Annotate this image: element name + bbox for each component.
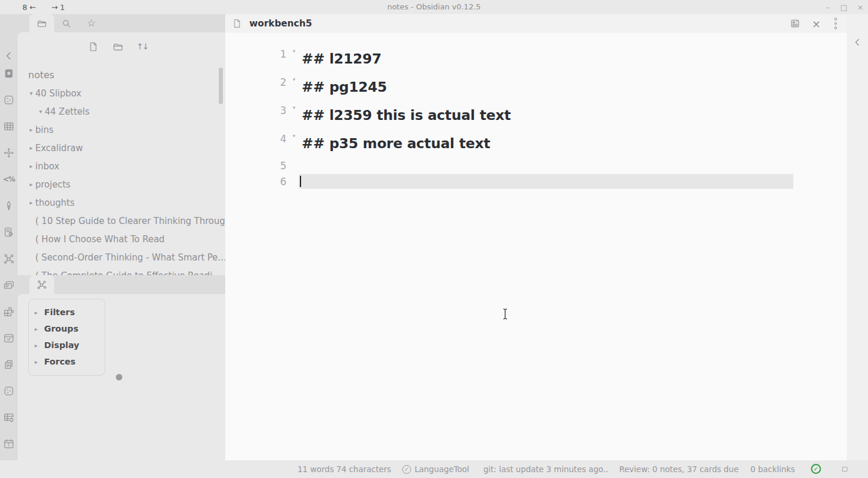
review-status[interactable]: Review: 0 notes, 37 cards due bbox=[619, 460, 739, 478]
graph-section-groups[interactable]: ▸ Groups bbox=[29, 320, 105, 337]
fold-arrow-icon[interactable]: ▾ bbox=[286, 73, 302, 82]
close-pane-button[interactable]: × bbox=[810, 18, 823, 29]
editor-line-1[interactable]: 1 ▾ ## l21297 bbox=[225, 45, 847, 73]
mouse-cursor bbox=[502, 308, 509, 320]
maximize-button[interactable]: □ bbox=[840, 3, 848, 12]
tab-local-graph[interactable] bbox=[29, 275, 54, 294]
card-stack-icon[interactable] bbox=[2, 279, 15, 292]
graph-tab-row bbox=[18, 275, 225, 294]
line-number: 6 bbox=[225, 176, 286, 188]
graph-icon bbox=[36, 279, 47, 290]
heading-text: ## pg1245 bbox=[302, 79, 387, 95]
starred-note-icon[interactable] bbox=[2, 67, 15, 80]
fold-arrow-icon[interactable]: ▾ bbox=[286, 129, 302, 139]
fold-arrow-icon[interactable]: ▾ bbox=[286, 101, 302, 111]
sort-button[interactable]: ↑↓ bbox=[136, 41, 148, 52]
tree-file[interactable]: ( 10 Step Guide to Clearer Thinking Thro… bbox=[18, 212, 225, 230]
tree-folder-40-slipbox[interactable]: ▾ 40 Slipbox bbox=[18, 84, 225, 102]
collapse-arrow-icon[interactable]: ▸ bbox=[27, 126, 35, 133]
editor-line-3[interactable]: 3 ▾ ## l2359 this is actual text bbox=[225, 101, 847, 129]
note-settings-icon[interactable] bbox=[2, 226, 15, 239]
tab-search[interactable] bbox=[54, 14, 79, 32]
collapse-arrow-icon[interactable]: ▸ bbox=[27, 181, 35, 188]
random-dice-icon[interactable] bbox=[2, 385, 15, 397]
file-tree: ▾ 40 Slipbox ▾ 44 Zettels ▸ bins ▸ Excal… bbox=[18, 84, 225, 275]
graph-view-icon[interactable] bbox=[2, 252, 15, 265]
reading-mode-icon bbox=[790, 18, 800, 29]
table-icon[interactable] bbox=[2, 120, 15, 133]
graph-section-label: Filters bbox=[44, 307, 75, 317]
fold-arrow-icon[interactable]: ▾ bbox=[286, 45, 302, 54]
new-folder-icon bbox=[112, 41, 123, 52]
editor-line-2[interactable]: 2 ▾ ## pg1245 bbox=[225, 73, 847, 101]
editor-line-5[interactable]: 5 bbox=[225, 158, 847, 173]
tab-starred[interactable]: ☆ bbox=[79, 14, 104, 32]
note-title: workbench5 bbox=[249, 18, 312, 29]
graph-section-filters[interactable]: ▸ Filters bbox=[29, 304, 105, 320]
git-status: git: last update 3 minutes ago.. bbox=[483, 460, 608, 478]
new-note-icon bbox=[88, 41, 99, 52]
graph-section-label: Display bbox=[44, 340, 79, 350]
calendar-check-icon[interactable] bbox=[2, 332, 15, 345]
collapse-arrow-icon[interactable]: ▾ bbox=[36, 108, 45, 115]
graph-node[interactable] bbox=[116, 374, 122, 380]
collapse-arrow-icon[interactable]: ▾ bbox=[27, 90, 35, 96]
window-controls: – □ × bbox=[823, 0, 864, 14]
ok-check-icon[interactable]: ✓ bbox=[811, 464, 821, 474]
move-handles-icon[interactable] bbox=[2, 146, 15, 159]
tree-file[interactable]: ( Second-Order Thinking - What Smart Pe… bbox=[18, 248, 225, 266]
minimize-button[interactable]: – bbox=[823, 3, 832, 12]
tree-file[interactable]: ( How I Choose What To Read bbox=[18, 230, 225, 248]
collapse-arrow-icon[interactable]: ▸ bbox=[27, 199, 35, 206]
graph-section-forces[interactable]: ▸ Forces bbox=[29, 353, 105, 370]
tree-folder-projects[interactable]: ▸ projects bbox=[18, 175, 225, 193]
languagetool-check-icon: ✓ bbox=[402, 465, 411, 474]
daily-note-icon[interactable] bbox=[2, 437, 15, 450]
new-note-button[interactable] bbox=[87, 41, 99, 52]
local-graph-panel: ▸ Filters ▸ Groups ▸ Display ▸ Forces bbox=[18, 294, 225, 460]
heading-text: ## l2359 this is actual text bbox=[302, 107, 510, 123]
collapse-arrow-icon[interactable]: ▸ bbox=[27, 163, 35, 169]
more-options-button[interactable] bbox=[829, 18, 842, 29]
collapse-arrow-icon: ▸ bbox=[35, 326, 44, 332]
status-bar: 11 words 74 characters ✓ LanguageTool gi… bbox=[0, 460, 868, 478]
line-number: 3 bbox=[225, 101, 286, 116]
line-number: 4 bbox=[225, 129, 286, 145]
blocks-icon[interactable] bbox=[2, 305, 15, 318]
pen-icon[interactable] bbox=[2, 199, 15, 212]
tree-folder-excalidraw[interactable]: ▸ Excalidraw bbox=[18, 139, 225, 157]
editor-line-6[interactable]: 6 bbox=[225, 173, 847, 189]
tree-folder-44-zettels[interactable]: ▾ 44 Zettels bbox=[18, 102, 225, 121]
editor-content[interactable]: 1 ▾ ## l21297 2 ▾ ## pg1245 3 ▾ ## l2359… bbox=[225, 33, 847, 189]
copy-files-icon[interactable] bbox=[2, 358, 15, 371]
backlinks-count[interactable]: 0 backlinks bbox=[750, 460, 795, 478]
line-number: 5 bbox=[225, 160, 286, 172]
folder-icon bbox=[36, 18, 47, 29]
languagetool-status[interactable]: LanguageTool bbox=[415, 460, 469, 478]
templater-icon[interactable]: <% bbox=[2, 173, 15, 186]
table-settings-icon[interactable] bbox=[2, 411, 15, 424]
reading-mode-button[interactable] bbox=[789, 18, 802, 29]
graph-section-label: Forces bbox=[44, 357, 76, 366]
tab-file-explorer[interactable] bbox=[29, 14, 54, 32]
scrollbar-thumb[interactable] bbox=[219, 68, 223, 104]
left-ribbon: <% bbox=[0, 14, 18, 460]
tree-folder-bins[interactable]: ▸ bins bbox=[18, 121, 225, 139]
tree-folder-inbox[interactable]: ▸ inbox bbox=[18, 157, 225, 175]
editor-pane[interactable]: workbench5 × 1 ▾ ## l21297 2 ▾ ## pg1245… bbox=[225, 14, 847, 460]
close-window-button[interactable]: × bbox=[856, 3, 864, 12]
expand-right-sidebar-button[interactable] bbox=[852, 36, 863, 48]
tree-file[interactable]: ( The Complete Guide to Effective Readi bbox=[18, 266, 225, 275]
graph-section-display[interactable]: ▸ Display bbox=[29, 337, 105, 353]
tree-folder-thoughts[interactable]: ▸ thoughts bbox=[18, 193, 225, 212]
tree-label: 44 Zettels bbox=[45, 106, 89, 117]
tree-label: ( 10 Step Guide to Clearer Thinking Thro… bbox=[35, 216, 225, 226]
collapse-left-sidebar-button[interactable] bbox=[2, 49, 15, 62]
tree-label: projects bbox=[35, 179, 71, 190]
sync-status-icon[interactable] bbox=[842, 467, 847, 472]
random-note-dice-icon[interactable] bbox=[2, 93, 15, 106]
collapse-arrow-icon[interactable]: ▸ bbox=[27, 145, 35, 151]
editor-line-4[interactable]: 4 ▾ ## p35 more actual text bbox=[225, 129, 847, 158]
new-folder-button[interactable] bbox=[112, 41, 123, 52]
tree-label: inbox bbox=[35, 161, 59, 172]
